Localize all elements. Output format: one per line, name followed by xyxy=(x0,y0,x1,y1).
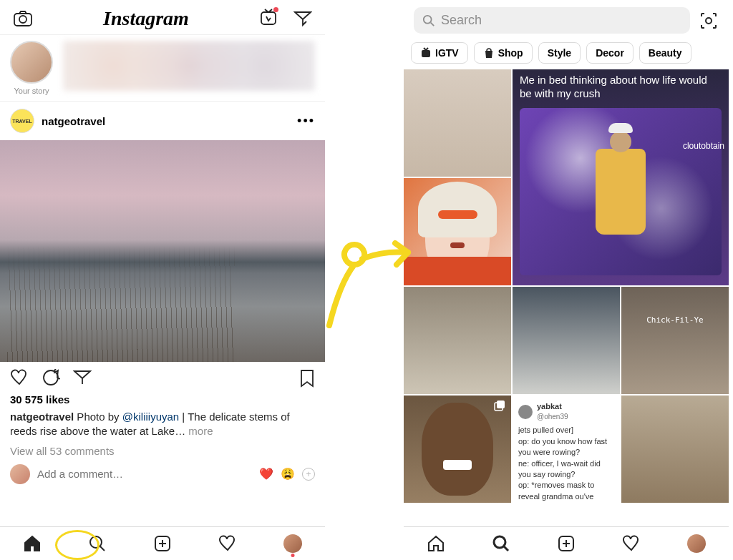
igtv-icon[interactable] xyxy=(259,8,278,29)
feed-screen: Instagram Your story TRAVEL xyxy=(0,0,325,560)
nav-add-icon[interactable] xyxy=(153,534,172,553)
svg-point-3 xyxy=(44,370,58,385)
tv-icon xyxy=(420,47,432,59)
bookmark-icon[interactable] xyxy=(299,369,315,388)
explore-tile[interactable] xyxy=(404,287,511,394)
chip-decor[interactable]: Decor xyxy=(586,42,634,64)
explore-tile[interactable] xyxy=(404,178,511,285)
my-avatar xyxy=(10,464,30,484)
explore-tile-tweet[interactable]: yabkat@ohen39 jets pulled over] op: do y… xyxy=(513,396,620,503)
add-comment-row: ❤️ 😩 + xyxy=(0,460,325,484)
nav-search-icon[interactable] xyxy=(492,534,510,553)
post-actions xyxy=(0,362,325,392)
your-story-label: Your story xyxy=(14,87,49,95)
explore-tile[interactable] xyxy=(404,69,511,177)
caption-mention[interactable]: @kiliiiyuyan xyxy=(122,411,179,423)
dm-icon[interactable] xyxy=(293,10,312,27)
svg-point-11 xyxy=(494,536,505,548)
stories-blurred xyxy=(63,41,315,91)
post-header: TRAVEL natgeotravel ••• xyxy=(0,102,325,140)
chip-igtv[interactable]: IGTV xyxy=(411,42,468,64)
svg-rect-2 xyxy=(261,12,276,24)
svg-rect-9 xyxy=(497,401,505,408)
nav-profile-avatar[interactable] xyxy=(687,534,706,553)
emoji-heart[interactable]: ❤️ xyxy=(259,467,273,481)
camera-icon[interactable] xyxy=(13,9,33,28)
filter-chips: IGTV Shop Style Decor Beauty xyxy=(404,39,729,69)
post-image[interactable] xyxy=(0,140,325,362)
explore-tile[interactable]: Chick-Fil-Ye xyxy=(621,287,729,394)
explore-tile[interactable] xyxy=(621,396,729,503)
food-label: Chick-Fil-Ye xyxy=(621,315,729,325)
explore-screen: Search IGTV Shop Style Decor Beauty Me i… xyxy=(404,0,729,560)
meme-caption: Me in bed thinking about how life would … xyxy=(520,74,722,101)
chip-shop[interactable]: Shop xyxy=(474,42,533,64)
svg-point-4 xyxy=(90,536,102,548)
nav-home-icon[interactable] xyxy=(427,534,445,553)
search-placeholder: Search xyxy=(441,13,482,28)
explore-tile[interactable] xyxy=(513,287,620,394)
post-more-icon[interactable]: ••• xyxy=(297,114,315,129)
add-comment-input[interactable] xyxy=(37,468,252,480)
svg-rect-8 xyxy=(422,50,430,57)
caption-username[interactable]: natgeotravel xyxy=(10,411,74,423)
chip-beauty[interactable]: Beauty xyxy=(639,42,691,64)
scan-icon[interactable] xyxy=(699,11,719,31)
explore-tile[interactable] xyxy=(404,396,511,503)
profile-notification-dot xyxy=(291,554,294,557)
post-author-username[interactable]: natgeotravel xyxy=(42,115,105,127)
app-logo: Instagram xyxy=(103,7,189,30)
chip-style[interactable]: Style xyxy=(538,42,581,64)
search-bar: Search xyxy=(404,0,729,39)
your-story[interactable]: Your story xyxy=(10,41,53,95)
emoji-face[interactable]: 😩 xyxy=(281,467,295,481)
search-icon xyxy=(422,14,435,27)
bag-icon xyxy=(483,47,495,59)
svg-point-1 xyxy=(19,16,26,23)
nav-profile-avatar[interactable] xyxy=(283,534,302,553)
comment-icon[interactable] xyxy=(42,369,60,386)
like-icon[interactable] xyxy=(10,369,29,386)
nav-search-icon[interactable] xyxy=(88,534,107,553)
nav-add-icon[interactable] xyxy=(557,534,576,553)
bottom-nav xyxy=(404,526,729,560)
nav-activity-icon[interactable] xyxy=(622,535,641,552)
post-caption: natgeotravel Photo by @kiliiiyuyan | The… xyxy=(0,407,325,442)
explore-tile-meme[interactable]: Me in bed thinking about how life would … xyxy=(513,69,729,285)
likes-count[interactable]: 30 575 likes xyxy=(0,392,325,407)
nav-activity-icon[interactable] xyxy=(218,535,237,552)
svg-point-7 xyxy=(706,18,712,24)
meme-watermark: cloutobtain xyxy=(683,141,724,151)
carousel-icon xyxy=(494,400,507,413)
search-input[interactable]: Search xyxy=(414,7,690,34)
top-bar: Instagram xyxy=(0,0,325,35)
share-icon[interactable] xyxy=(73,369,92,386)
view-comments-link[interactable]: View all 53 comments xyxy=(0,442,325,460)
nav-home-icon[interactable] xyxy=(23,534,42,553)
stories-row: Your story xyxy=(0,35,325,102)
post-author-avatar[interactable]: TRAVEL xyxy=(10,109,34,133)
caption-more[interactable]: more xyxy=(188,425,213,437)
explore-grid: Me in bed thinking about how life would … xyxy=(404,69,729,526)
bottom-nav xyxy=(0,526,325,560)
svg-point-6 xyxy=(424,15,432,23)
notification-dot xyxy=(273,7,278,12)
emoji-more-icon[interactable]: + xyxy=(302,468,315,481)
